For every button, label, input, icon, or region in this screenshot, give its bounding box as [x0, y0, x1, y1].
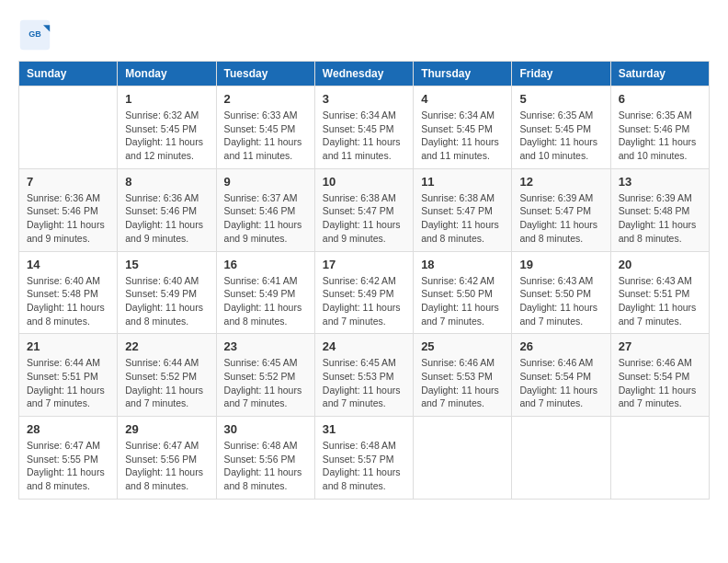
day-info: Sunrise: 6:48 AMSunset: 5:56 PMDaylight:… — [224, 439, 307, 493]
day-number: 3 — [323, 92, 405, 106]
day-number: 19 — [519, 258, 602, 271]
day-info: Sunrise: 6:45 AMSunset: 5:52 PMDaylight:… — [224, 356, 307, 410]
day-number: 14 — [27, 258, 109, 271]
header-day-monday: Monday — [118, 62, 216, 86]
calendar-table: SundayMondayTuesdayWednesdayThursdayFrid… — [18, 61, 710, 500]
day-info: Sunrise: 6:40 AMSunset: 5:49 PMDaylight:… — [125, 274, 208, 328]
day-number: 22 — [125, 339, 208, 353]
day-info: Sunrise: 6:46 AMSunset: 5:54 PMDaylight:… — [619, 356, 701, 410]
day-number: 16 — [224, 258, 307, 271]
day-number: 25 — [421, 339, 504, 353]
day-number: 29 — [125, 422, 208, 436]
calendar-cell — [610, 417, 709, 500]
day-info: Sunrise: 6:45 AMSunset: 5:53 PMDaylight:… — [323, 356, 405, 410]
calendar-cell: 4Sunrise: 6:34 AMSunset: 5:45 PMDaylight… — [414, 86, 512, 169]
header-day-wednesday: Wednesday — [314, 62, 413, 86]
calendar-cell: 14Sunrise: 6:40 AMSunset: 5:48 PMDayligh… — [19, 251, 118, 334]
day-info: Sunrise: 6:46 AMSunset: 5:53 PMDaylight:… — [421, 356, 504, 410]
day-number: 6 — [619, 92, 701, 106]
calendar-cell: 17Sunrise: 6:42 AMSunset: 5:49 PMDayligh… — [314, 251, 413, 334]
header-day-friday: Friday — [512, 62, 610, 86]
day-info: Sunrise: 6:43 AMSunset: 5:51 PMDaylight:… — [619, 274, 701, 328]
day-info: Sunrise: 6:32 AMSunset: 5:45 PMDaylight:… — [125, 109, 208, 163]
day-number: 27 — [619, 339, 701, 353]
day-info: Sunrise: 6:40 AMSunset: 5:48 PMDaylight:… — [27, 274, 109, 328]
day-info: Sunrise: 6:42 AMSunset: 5:50 PMDaylight:… — [421, 274, 504, 328]
day-info: Sunrise: 6:37 AMSunset: 5:46 PMDaylight:… — [224, 191, 307, 246]
day-number: 15 — [125, 258, 208, 271]
calendar-cell: 3Sunrise: 6:34 AMSunset: 5:45 PMDaylight… — [314, 86, 413, 169]
calendar-week-2: 7Sunrise: 6:36 AMSunset: 5:46 PMDaylight… — [19, 168, 710, 251]
day-number: 21 — [27, 339, 109, 353]
calendar-cell: 30Sunrise: 6:48 AMSunset: 5:56 PMDayligh… — [216, 417, 314, 500]
header-day-thursday: Thursday — [414, 62, 512, 86]
day-number: 12 — [519, 175, 602, 189]
day-number: 4 — [421, 92, 504, 106]
day-info: Sunrise: 6:36 AMSunset: 5:46 PMDaylight:… — [125, 191, 208, 246]
day-info: Sunrise: 6:39 AMSunset: 5:47 PMDaylight:… — [519, 191, 602, 246]
day-info: Sunrise: 6:35 AMSunset: 5:45 PMDaylight:… — [519, 109, 602, 163]
day-info: Sunrise: 6:39 AMSunset: 5:48 PMDaylight:… — [619, 191, 701, 246]
calendar-cell: 21Sunrise: 6:44 AMSunset: 5:51 PMDayligh… — [19, 334, 118, 417]
calendar-cell: 2Sunrise: 6:33 AMSunset: 5:45 PMDaylight… — [216, 86, 314, 169]
calendar-cell: 29Sunrise: 6:47 AMSunset: 5:56 PMDayligh… — [118, 417, 216, 500]
calendar-cell: 24Sunrise: 6:45 AMSunset: 5:53 PMDayligh… — [314, 334, 413, 417]
calendar-week-5: 28Sunrise: 6:47 AMSunset: 5:55 PMDayligh… — [19, 417, 710, 500]
day-info: Sunrise: 6:48 AMSunset: 5:57 PMDaylight:… — [323, 439, 405, 493]
day-info: Sunrise: 6:47 AMSunset: 5:56 PMDaylight:… — [125, 439, 208, 493]
day-info: Sunrise: 6:38 AMSunset: 5:47 PMDaylight:… — [323, 191, 405, 246]
logo-icon: GB — [18, 18, 51, 52]
calendar-body: 1Sunrise: 6:32 AMSunset: 5:45 PMDaylight… — [19, 86, 710, 500]
day-number: 13 — [619, 175, 701, 189]
calendar-week-3: 14Sunrise: 6:40 AMSunset: 5:48 PMDayligh… — [19, 251, 710, 334]
day-number: 30 — [224, 422, 307, 436]
header-day-saturday: Saturday — [610, 62, 709, 86]
calendar-cell: 11Sunrise: 6:38 AMSunset: 5:47 PMDayligh… — [414, 168, 512, 251]
svg-text:GB: GB — [28, 29, 41, 39]
day-number: 18 — [421, 258, 504, 271]
day-info: Sunrise: 6:41 AMSunset: 5:49 PMDaylight:… — [224, 274, 307, 328]
calendar-cell: 18Sunrise: 6:42 AMSunset: 5:50 PMDayligh… — [414, 251, 512, 334]
day-number: 26 — [519, 339, 602, 353]
day-info: Sunrise: 6:35 AMSunset: 5:46 PMDaylight:… — [619, 109, 701, 163]
day-number: 1 — [125, 92, 208, 106]
calendar-cell: 27Sunrise: 6:46 AMSunset: 5:54 PMDayligh… — [610, 334, 709, 417]
calendar-cell: 20Sunrise: 6:43 AMSunset: 5:51 PMDayligh… — [610, 251, 709, 334]
day-info: Sunrise: 6:47 AMSunset: 5:55 PMDaylight:… — [27, 439, 109, 493]
calendar-cell: 31Sunrise: 6:48 AMSunset: 5:57 PMDayligh… — [314, 417, 413, 500]
calendar-cell: 26Sunrise: 6:46 AMSunset: 5:54 PMDayligh… — [512, 334, 610, 417]
calendar-cell: 10Sunrise: 6:38 AMSunset: 5:47 PMDayligh… — [314, 168, 413, 251]
day-number: 20 — [619, 258, 701, 271]
day-info: Sunrise: 6:44 AMSunset: 5:51 PMDaylight:… — [27, 356, 109, 410]
calendar-week-1: 1Sunrise: 6:32 AMSunset: 5:45 PMDaylight… — [19, 86, 710, 169]
day-info: Sunrise: 6:38 AMSunset: 5:47 PMDaylight:… — [421, 191, 504, 246]
day-info: Sunrise: 6:34 AMSunset: 5:45 PMDaylight:… — [421, 109, 504, 163]
day-number: 23 — [224, 339, 307, 353]
day-info: Sunrise: 6:46 AMSunset: 5:54 PMDaylight:… — [519, 356, 602, 410]
day-info: Sunrise: 6:42 AMSunset: 5:49 PMDaylight:… — [323, 274, 405, 328]
calendar-cell: 5Sunrise: 6:35 AMSunset: 5:45 PMDaylight… — [512, 86, 610, 169]
day-number: 31 — [323, 422, 405, 436]
calendar-cell: 23Sunrise: 6:45 AMSunset: 5:52 PMDayligh… — [216, 334, 314, 417]
calendar-cell: 9Sunrise: 6:37 AMSunset: 5:46 PMDaylight… — [216, 168, 314, 251]
calendar-cell: 19Sunrise: 6:43 AMSunset: 5:50 PMDayligh… — [512, 251, 610, 334]
calendar-cell: 13Sunrise: 6:39 AMSunset: 5:48 PMDayligh… — [610, 168, 709, 251]
calendar-cell — [512, 417, 610, 500]
day-number: 9 — [224, 175, 307, 189]
day-number: 11 — [421, 175, 504, 189]
day-number: 8 — [125, 175, 208, 189]
calendar-cell: 16Sunrise: 6:41 AMSunset: 5:49 PMDayligh… — [216, 251, 314, 334]
day-number: 5 — [519, 92, 602, 106]
calendar-cell: 8Sunrise: 6:36 AMSunset: 5:46 PMDaylight… — [118, 168, 216, 251]
day-info: Sunrise: 6:36 AMSunset: 5:46 PMDaylight:… — [27, 191, 109, 246]
day-number: 17 — [323, 258, 405, 271]
calendar-cell: 7Sunrise: 6:36 AMSunset: 5:46 PMDaylight… — [19, 168, 118, 251]
page-header: GB — [18, 18, 710, 52]
day-number: 24 — [323, 339, 405, 353]
header-day-sunday: Sunday — [19, 62, 118, 86]
calendar-cell: 1Sunrise: 6:32 AMSunset: 5:45 PMDaylight… — [118, 86, 216, 169]
calendar-cell — [414, 417, 512, 500]
calendar-header-row: SundayMondayTuesdayWednesdayThursdayFrid… — [19, 62, 710, 86]
header-day-tuesday: Tuesday — [216, 62, 314, 86]
calendar-cell: 28Sunrise: 6:47 AMSunset: 5:55 PMDayligh… — [19, 417, 118, 500]
